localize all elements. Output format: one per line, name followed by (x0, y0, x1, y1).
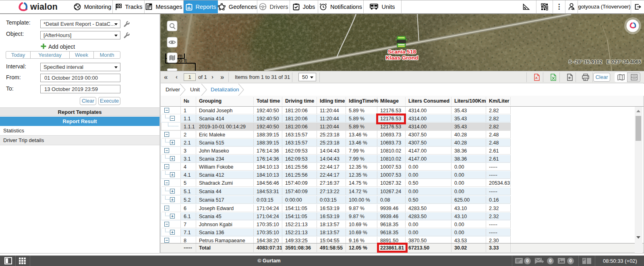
svg-text:Scania 518: Scania 518 (388, 49, 416, 55)
svg-text:00 ft: 00 ft (176, 58, 187, 64)
svg-text:wialon: wialon (30, 2, 58, 12)
svg-text:S -28° 15.9102 E 023° 34.406: S -28° 15.9102 E 023° 34.4065 (569, 59, 641, 65)
svg-text:A: A (535, 76, 538, 80)
svg-text:Klaas Grond: Klaas Grond (386, 55, 418, 61)
